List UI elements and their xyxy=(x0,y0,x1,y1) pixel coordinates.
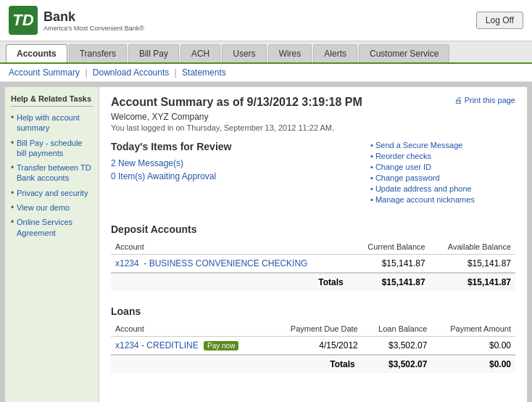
sidebar-link-transfer[interactable]: Transfer between TD Bank accounts xyxy=(17,163,91,182)
breadcrumb-download-accounts[interactable]: Download Accounts xyxy=(93,67,169,78)
loan-account-link[interactable]: x1234 - CREDITLINE xyxy=(115,340,199,350)
sidebar-link-privacy[interactable]: Privacy and security xyxy=(17,189,88,197)
deposit-accounts-table: Account Current Balance Available Balanc… xyxy=(111,239,515,291)
deposit-totals-available: $15,141.87 xyxy=(430,273,515,291)
today-left: Today's Items for Review 2 New Message(s… xyxy=(111,141,356,184)
deposit-account-cell: x1234 - BUSINESS CONVENIENCE CHECKING xyxy=(111,255,351,274)
sidebar-link-account-summary[interactable]: Help with account summary xyxy=(17,113,80,132)
deposit-current-balance: $15,141.87 xyxy=(351,255,430,274)
tab-accounts[interactable]: Accounts xyxy=(6,44,67,62)
logo-area: TD Bank America's Most Convenient Bank® xyxy=(9,6,144,35)
col-current-balance: Current Balance xyxy=(351,239,430,255)
sidebar-link-billpay[interactable]: Bill Pay - schedule bill payments xyxy=(17,139,83,157)
td-logo: TD xyxy=(9,6,38,35)
loan-account-cell: x1234 - CREDITLINE Pay now xyxy=(111,337,270,356)
print-link[interactable]: 🖨 Print this page xyxy=(454,96,515,104)
bank-tagline: America's Most Convenient Bank® xyxy=(43,25,144,32)
sidebar: Help & Related Tasks Help with account s… xyxy=(5,87,99,402)
sidebar-item-5: View our demo xyxy=(11,202,93,213)
quick-link-change-password[interactable]: Change password xyxy=(370,173,515,182)
quick-link-reorder-checks[interactable]: Reorder checks xyxy=(370,152,515,160)
sidebar-item-1: Help with account summary xyxy=(11,112,93,134)
deposit-table-header: Account Current Balance Available Balanc… xyxy=(111,239,515,255)
col-payment-due: Payment Due Date xyxy=(270,321,362,337)
breadcrumb-sep1: | xyxy=(85,67,89,78)
breadcrumb-account-summary[interactable]: Account Summary xyxy=(9,67,80,78)
deposit-totals-label: Totals xyxy=(111,273,351,291)
table-row: x1234 - CREDITLINE Pay now 4/15/2012 $3,… xyxy=(111,337,515,356)
deposit-available-balance: $15,141.87 xyxy=(430,255,515,274)
sidebar-item-4: Privacy and security xyxy=(11,188,93,198)
loans-totals-balance: $3,502.07 xyxy=(362,355,432,373)
print-label: Print this page xyxy=(465,96,515,104)
sidebar-title: Help & Related Tasks xyxy=(11,94,93,107)
breadcrumb-sep2: | xyxy=(175,67,179,78)
loan-balance: $3,502.07 xyxy=(362,337,432,356)
main-panel: Account Summary as of 9/13/2012 3:19:18 … xyxy=(99,87,527,402)
sidebar-item-3: Transfer between TD Bank accounts xyxy=(11,163,93,184)
tab-wires[interactable]: Wires xyxy=(268,44,312,62)
col-available-balance: Available Balance xyxy=(430,239,515,255)
sidebar-item-6: Online Services Agreement xyxy=(11,217,93,238)
loans-totals-empty xyxy=(111,355,270,373)
welcome-text: Welcome, XYZ Company xyxy=(111,112,515,122)
sidebar-link-agreement[interactable]: Online Services Agreement xyxy=(17,218,72,237)
tab-users[interactable]: Users xyxy=(222,44,266,62)
loans-totals-row: Totals $3,502.07 $0.00 xyxy=(111,355,515,373)
tab-alerts[interactable]: Alerts xyxy=(313,44,357,62)
quick-link-update-address[interactable]: Update address and phone xyxy=(370,184,515,193)
nav-tabs: Accounts Transfers Bill Pay ACH Users Wi… xyxy=(0,41,532,64)
new-messages-link[interactable]: 2 New Message(s) xyxy=(111,158,356,168)
quick-link-change-userid[interactable]: Change user ID xyxy=(370,163,515,171)
page-title: Account Summary as of 9/13/2012 3:19:18 … xyxy=(111,96,362,109)
table-row: x1234 - BUSINESS CONVENIENCE CHECKING $1… xyxy=(111,255,515,274)
loan-payment-amount: $0.00 xyxy=(431,337,515,356)
pay-now-badge[interactable]: Pay now xyxy=(204,341,238,350)
loans-title: Loans xyxy=(111,300,515,317)
bank-name-area: Bank America's Most Convenient Bank® xyxy=(43,9,144,32)
bank-name: Bank xyxy=(43,9,144,25)
breadcrumb: Account Summary | Download Accounts | St… xyxy=(0,64,532,82)
sidebar-link-demo[interactable]: View our demo xyxy=(17,203,70,212)
loans-totals-payment: $0.00 xyxy=(431,355,515,373)
loans-table-header: Account Payment Due Date Loan Balance Pa… xyxy=(111,321,515,337)
today-title: Today's Items for Review xyxy=(111,141,356,152)
deposit-totals-row: Totals $15,141.87 $15,141.87 xyxy=(111,273,515,291)
deposit-totals-current: $15,141.87 xyxy=(351,273,430,291)
quick-links: Send a Secure Message Reorder checks Cha… xyxy=(370,141,515,206)
summary-header: Account Summary as of 9/13/2012 3:19:18 … xyxy=(111,96,515,109)
col-account: Account xyxy=(111,239,351,255)
quick-link-manage-nicknames[interactable]: Manage account nicknames xyxy=(370,195,515,204)
loans-table: Account Payment Due Date Loan Balance Pa… xyxy=(111,321,515,373)
col-loan-account: Account xyxy=(111,321,270,337)
loans-totals-label: Totals xyxy=(270,355,362,373)
col-payment-amount: Payment Amount xyxy=(431,321,515,337)
tab-billpay[interactable]: Bill Pay xyxy=(128,44,179,62)
content-wrapper: Help & Related Tasks Help with account s… xyxy=(4,86,528,402)
deposit-account-link[interactable]: x1234 - BUSINESS CONVENIENCE CHECKING xyxy=(115,258,307,268)
tab-customerservice[interactable]: Customer Service xyxy=(359,44,449,62)
last-login-text: You last logged in on Thursday, Septembe… xyxy=(111,123,515,132)
printer-icon: 🖨 xyxy=(454,96,462,104)
page-header: TD Bank America's Most Convenient Bank® … xyxy=(0,0,532,41)
deposit-accounts-title: Deposit Accounts xyxy=(111,218,515,235)
tab-transfers[interactable]: Transfers xyxy=(69,44,127,62)
sidebar-item-2: Bill Pay - schedule bill payments xyxy=(11,138,93,159)
awaiting-approval-link[interactable]: 0 Item(s) Awaiting Approval xyxy=(111,171,356,181)
loan-payment-due: 4/15/2012 xyxy=(270,337,362,356)
today-section: Today's Items for Review 2 New Message(s… xyxy=(111,141,515,206)
quick-link-secure-message[interactable]: Send a Secure Message xyxy=(370,141,515,149)
breadcrumb-statements[interactable]: Statements xyxy=(182,67,226,78)
logoff-button[interactable]: Log Off xyxy=(476,12,523,29)
tab-ach[interactable]: ACH xyxy=(180,44,220,62)
sidebar-links: Help with account summary Bill Pay - sch… xyxy=(11,112,93,238)
col-loan-balance: Loan Balance xyxy=(362,321,432,337)
